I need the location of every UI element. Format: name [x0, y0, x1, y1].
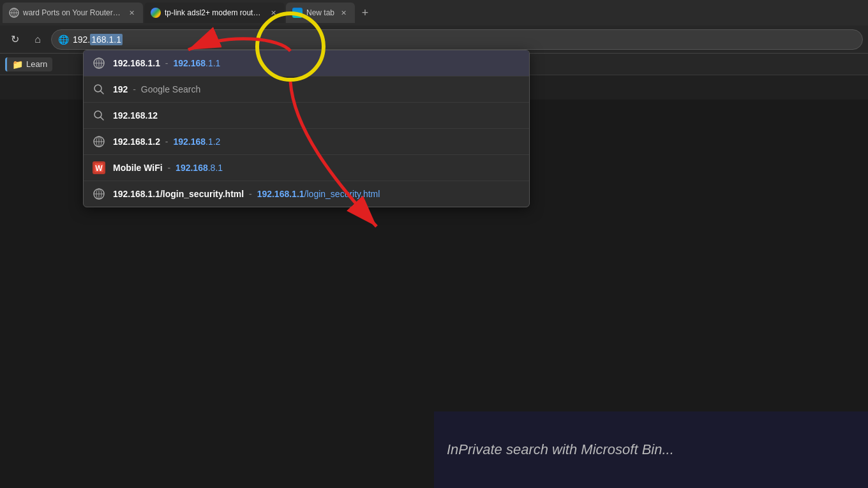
- tab-1-favicon: [9, 8, 19, 18]
- suggestion-search-icon-2: [93, 83, 105, 96]
- suggestion-globe-icon-4: [93, 135, 105, 148]
- new-tab-button[interactable]: +: [356, 4, 374, 22]
- inprivate-banner: InPrivate search with Microsoft Bin...: [434, 411, 868, 488]
- tab-2-title: tp-link adsl2+ modem router IP: [165, 8, 264, 17]
- tab-1-title: ward Ports on Your Router fo...: [23, 8, 123, 17]
- tab-bar: ward Ports on Your Router fo... ✕ tp-lin…: [0, 0, 868, 26]
- suggestion-item-2[interactable]: 192 - Google Search: [84, 77, 529, 103]
- home-button[interactable]: ⌂: [28, 30, 47, 49]
- suggestion-search-icon-3: [93, 109, 105, 122]
- suggestion-text-3: 192.168.12: [113, 110, 520, 121]
- suggestion-wifi-favicon-icon: W: [93, 161, 105, 174]
- bookmark-learn-label: Learn: [26, 59, 47, 69]
- tab-2-favicon: [151, 8, 161, 18]
- address-bar-input[interactable]: 192.168.1.1: [73, 34, 856, 45]
- address-normal-text: 192.: [73, 34, 90, 45]
- tab-3-close[interactable]: ✕: [338, 8, 348, 18]
- suggestion-text-2: 192 - Google Search: [113, 84, 520, 94]
- suggestion-item-4[interactable]: 192.168.1.2 - 192.168.1.2: [84, 129, 529, 155]
- svg-text:W: W: [95, 164, 103, 173]
- suggestion-text-6: 192.168.1.1/login_security.html - 192.16…: [113, 189, 520, 199]
- suggestion-item-5[interactable]: W Mobile WiFi - 192.168.8.1: [84, 155, 529, 181]
- tab-1[interactable]: ward Ports on Your Router fo... ✕: [3, 3, 143, 23]
- tab-2-close[interactable]: ✕: [268, 8, 278, 18]
- suggestion-item-6[interactable]: 192.168.1.1/login_security.html - 192.16…: [84, 181, 529, 207]
- suggestion-text-5: Mobile WiFi - 192.168.8.1: [113, 163, 520, 173]
- address-bar-container[interactable]: 🌐 192.168.1.1: [51, 29, 863, 50]
- suggestion-item-1[interactable]: 192.168.1.1 - 192.168.1.1: [84, 50, 529, 77]
- bookmark-learn[interactable]: 📁 Learn: [5, 57, 52, 71]
- suggestion-item-3[interactable]: 192.168.12: [84, 103, 529, 129]
- suggestion-text-1: 192.168.1.1 - 192.168.1.1: [113, 58, 520, 68]
- tab-3[interactable]: New tab ✕: [286, 3, 355, 23]
- address-selected-text: 168.1.1: [90, 34, 123, 45]
- suggestion-text-4: 192.168.1.2 - 192.168.1.2: [113, 137, 520, 147]
- svg-line-11: [101, 117, 104, 121]
- address-bar-globe-icon: 🌐: [58, 34, 69, 45]
- refresh-button[interactable]: ↻: [5, 30, 24, 49]
- folder-icon: 📁: [12, 59, 23, 70]
- suggestion-dropdown: 192.168.1.1 - 192.168.1.1 192 - Google S…: [83, 50, 530, 207]
- inprivate-text: InPrivate search with Microsoft Bin...: [447, 441, 674, 458]
- tab-3-favicon: [292, 8, 303, 18]
- svg-line-9: [101, 91, 104, 94]
- suggestion-globe-icon-6: [93, 188, 105, 200]
- tab-2[interactable]: tp-link adsl2+ modem router IP ✕: [144, 3, 285, 23]
- tab-1-close[interactable]: ✕: [126, 8, 137, 18]
- suggestion-globe-icon-1: [93, 57, 105, 70]
- tab-3-title: New tab: [306, 8, 334, 17]
